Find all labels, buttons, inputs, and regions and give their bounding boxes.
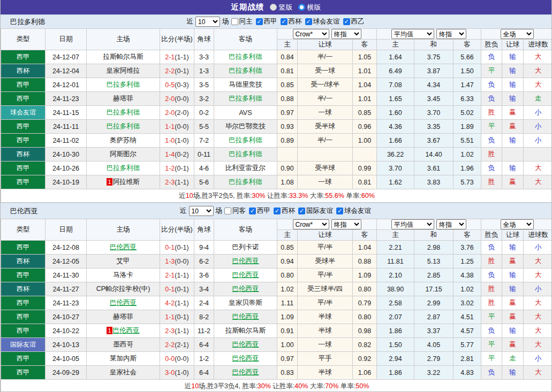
- result-handicap-cell: 赢: [502, 120, 524, 134]
- checkbox-icon[interactable]: [224, 207, 231, 214]
- team-link[interactable]: 巴拉多利德: [229, 67, 262, 74]
- checkbox-icon[interactable]: [274, 207, 281, 214]
- avg-source-select[interactable]: 平均值: [391, 219, 434, 229]
- result-handicap-cell: 输: [502, 324, 524, 338]
- team-link[interactable]: 巴伦西亚: [232, 313, 259, 320]
- radio-horizontal-icon[interactable]: [298, 4, 305, 11]
- layout-option-horizontal[interactable]: 横版: [298, 3, 321, 12]
- checkbox-label[interactable]: 西甲: [257, 206, 270, 216]
- team-link: 赫塔菲: [113, 313, 133, 320]
- score-cell: 2-3(1-1): [160, 324, 194, 338]
- odds-home-cell: 0.97: [277, 106, 298, 120]
- games-count-select[interactable]: 10: [195, 17, 220, 27]
- home-team-cell: 皇家阿维拉: [87, 64, 160, 78]
- date-cell: 24-12-07: [46, 50, 87, 64]
- team-link[interactable]: 巴拉多利德: [107, 122, 140, 130]
- layout-option-vertical[interactable]: 竖版: [270, 3, 293, 12]
- team-link[interactable]: 巴伦西亚: [232, 271, 259, 279]
- odds-source-select[interactable]: Crow*: [293, 219, 329, 229]
- checkbox-label[interactable]: 同客: [232, 206, 246, 216]
- team-link[interactable]: 巴伦西亚: [113, 327, 140, 334]
- filter-checkbox-国际友谊[interactable]: 国际友谊: [298, 206, 333, 216]
- checkbox-icon[interactable]: [256, 18, 263, 25]
- filter-checkbox-同客[interactable]: 同客: [224, 206, 246, 216]
- filter-checkbox-西杯[interactable]: 西杯: [281, 17, 302, 26]
- team-link[interactable]: 巴伦西亚: [232, 341, 259, 348]
- team-link[interactable]: 巴拉多利德: [229, 95, 262, 102]
- filter-checkbox-同主[interactable]: 同主: [231, 17, 253, 26]
- team-link[interactable]: 巴伦西亚: [232, 257, 259, 265]
- result-wdl-cell: 胜: [481, 175, 502, 189]
- odds-away-cell: 0.79: [353, 296, 377, 310]
- team-link[interactable]: 巴拉多利德: [229, 178, 262, 186]
- odds-away-cell: 0.98: [353, 324, 377, 338]
- odds-final-select[interactable]: 终指: [331, 29, 361, 39]
- handicap-cell: 半球: [298, 366, 353, 380]
- filter-checkbox-西甲[interactable]: 西甲: [256, 17, 277, 26]
- checkbox-label[interactable]: 西杯: [282, 206, 295, 216]
- avg-draw-cell: 3.37: [414, 324, 453, 338]
- checkbox-label[interactable]: 西杯: [289, 17, 302, 26]
- checkbox-label[interactable]: 球会友谊: [313, 17, 340, 26]
- checkbox-icon[interactable]: [298, 207, 305, 214]
- checkbox-icon[interactable]: [305, 18, 312, 25]
- filter-bar: 近10场同主西甲西杯球会友谊西乙: [187, 17, 366, 27]
- checkbox-label[interactable]: 球会友谊: [344, 206, 371, 216]
- scope-select[interactable]: 全场: [501, 29, 534, 39]
- team-link[interactable]: 巴拉多利德: [107, 81, 140, 88]
- checkbox-label[interactable]: 西乙: [351, 17, 365, 26]
- team-link[interactable]: 巴伦西亚: [110, 243, 137, 251]
- radio-vertical-label[interactable]: 竖版: [279, 3, 293, 12]
- checkbox-icon[interactable]: [249, 207, 256, 214]
- team-link[interactable]: 巴拉多利德: [229, 150, 262, 158]
- match-row: 国际友谊24-10-13墨西哥2-2(2-1)6-4巴伦西亚1.00一球0.82…: [1, 338, 552, 352]
- team-link[interactable]: 巴拉多利德: [107, 164, 140, 172]
- radio-horizontal-label[interactable]: 横版: [307, 3, 321, 12]
- team-link[interactable]: 巴伦西亚: [232, 355, 259, 362]
- halftime-score: (0-1): [175, 165, 188, 172]
- result-handicap-cell: 输: [502, 162, 524, 175]
- result-handicap-cell: 赢: [502, 310, 524, 324]
- filter-checkbox-西乙[interactable]: 西乙: [343, 17, 365, 26]
- avg-away-cell: 5.73: [453, 175, 481, 189]
- odds-source-select[interactable]: Crow*: [293, 29, 329, 39]
- score-cell: 1-0(1-0): [160, 134, 194, 148]
- team-link[interactable]: 巴伦西亚: [232, 368, 259, 376]
- checkbox-icon[interactable]: [281, 18, 288, 25]
- checkbox-icon[interactable]: [343, 18, 350, 25]
- away-team-cell: 巴伦西亚: [214, 366, 277, 380]
- avg-away-cell: 4.38: [453, 268, 481, 282]
- result-wdl-cell: 负: [481, 78, 502, 92]
- team-link[interactable]: 巴拉多利德: [229, 136, 262, 144]
- games-count-select[interactable]: 10: [189, 206, 214, 216]
- avg-final-select[interactable]: 终指: [436, 29, 466, 39]
- summary-segment: 场,胜3平2负5, 胜率:: [193, 192, 252, 199]
- radio-vertical-icon[interactable]: [270, 4, 277, 11]
- team-link[interactable]: 巴伦西亚: [232, 285, 259, 293]
- halftime-score: (0-1): [175, 313, 188, 321]
- team-link[interactable]: 巴拉多利德: [229, 53, 262, 60]
- filter-checkbox-球会友谊[interactable]: 球会友谊: [305, 17, 340, 26]
- avg-source-select[interactable]: 平均值: [391, 29, 434, 39]
- scope-select[interactable]: 全场: [501, 219, 534, 229]
- result-handicap-cell: 输: [502, 92, 524, 106]
- checkbox-label[interactable]: 同主: [239, 17, 253, 26]
- checkbox-icon[interactable]: [336, 207, 343, 214]
- result-handicap-cell: 输: [502, 241, 524, 255]
- filter-checkbox-球会友谊[interactable]: 球会友谊: [336, 206, 371, 216]
- avg-home-cell: 2.10: [377, 268, 414, 282]
- score-cell: 2-0(0-0): [160, 92, 194, 106]
- team-link[interactable]: 巴伦西亚: [110, 299, 137, 306]
- filter-checkbox-西甲[interactable]: 西甲: [249, 206, 270, 216]
- checkbox-icon[interactable]: [231, 18, 238, 25]
- checkbox-label[interactable]: 国际友谊: [306, 206, 333, 216]
- result-wdl-cell: 胜: [481, 255, 502, 268]
- result-wdl-cell: 负: [481, 92, 502, 106]
- home-team-cell: 巴拉多利德: [87, 120, 160, 134]
- filter-checkbox-西杯[interactable]: 西杯: [274, 206, 295, 216]
- team-link[interactable]: 巴拉多利德: [107, 109, 140, 116]
- avg-final-select[interactable]: 终指: [436, 219, 466, 229]
- odds-final-select[interactable]: 终指: [331, 219, 361, 229]
- corner-cell: 1-2: [194, 352, 214, 366]
- checkbox-label[interactable]: 西甲: [264, 17, 277, 26]
